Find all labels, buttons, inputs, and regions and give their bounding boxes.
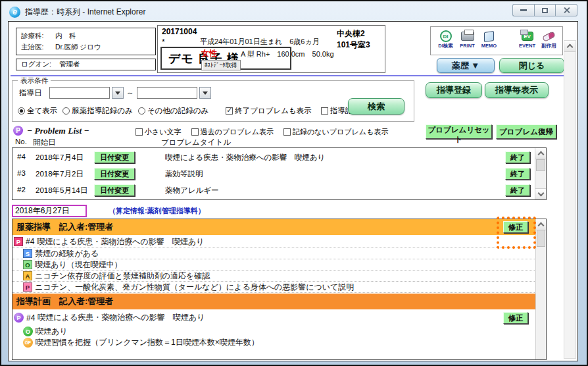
- scroll-up-button[interactable]: [564, 41, 576, 52]
- clinic-label: 診療科:: [21, 30, 55, 41]
- close-window-button[interactable]: [556, 4, 577, 16]
- date-change-button[interactable]: 日付変更: [94, 151, 135, 163]
- search-button[interactable]: 検索: [348, 98, 404, 115]
- plan-item-row: O 喫煙あり: [12, 326, 535, 337]
- observation-circle-icon: O: [23, 327, 33, 336]
- soap-row-subjective: S 禁煙の経験がある: [12, 248, 535, 259]
- checkbox-show-past-problems[interactable]: 過去のプロブレム表示: [191, 127, 274, 137]
- scroll-down-button[interactable]: [535, 188, 546, 199]
- problem-list-scrollbar[interactable]: [535, 148, 546, 199]
- edit-guidance-plan-button[interactable]: 修正: [503, 312, 528, 324]
- window-controls: [512, 4, 577, 16]
- doctor-value: Dr.医師 ジロウ: [55, 43, 101, 51]
- problem-start-date: 2018年5月14日: [36, 186, 87, 196]
- problem-title: 薬効等説明: [165, 169, 203, 179]
- scrollbar-thumb[interactable]: [536, 159, 545, 171]
- clinic-value: 内 科: [55, 32, 76, 39]
- main-scrollbar[interactable]: [564, 40, 576, 359]
- icon-toolbar: DI DI検索 PRINT MEMO EV EVENT 副作用: [430, 26, 563, 55]
- soap-text: 禁煙の経験がある: [35, 248, 99, 259]
- date-change-button[interactable]: 日付変更: [94, 168, 135, 180]
- problem-reset-button[interactable]: プロブレムリセット: [426, 124, 492, 139]
- radio-show-all-label: 全て表示: [27, 106, 57, 116]
- guidance-date-from-input[interactable]: [49, 87, 110, 99]
- internet-explorer-icon: e: [9, 7, 20, 18]
- guidance-record-box: 服薬指導 記入者:管理者 修正 P #4 喫煙による疾患・薬物治療への影響 喫煙…: [12, 219, 547, 360]
- problem-no: #4: [26, 313, 35, 323]
- end-problem-button[interactable]: 終了: [505, 184, 530, 196]
- soap-text: ニコチン、一酸化炭素、発ガン性物質（タールなど）による身体への悪影響について説明: [35, 282, 354, 293]
- display-conditions-legend: 表示条件: [18, 76, 51, 86]
- patient-sex: 女性: [201, 48, 217, 59]
- radio-show-all[interactable]: [18, 107, 25, 115]
- soap-text: ニコチン依存度の評価と禁煙補助剤の適応を確認: [35, 271, 210, 282]
- memo-label: MEMO: [478, 43, 500, 49]
- soap-a-badge-icon: A: [23, 271, 32, 280]
- host-data-button[interactable]: ﾎｽﾄﾃﾞｰﾀ取得: [201, 60, 241, 70]
- scroll-up-button[interactable]: [535, 148, 546, 159]
- close-page-button[interactable]: 閉じる: [499, 58, 564, 73]
- print-icon: [461, 32, 474, 41]
- restore-button[interactable]: [534, 4, 556, 16]
- guidance-register-button[interactable]: 指導登録: [426, 82, 482, 98]
- di-search-button[interactable]: DI DI検索: [435, 29, 456, 49]
- minimize-button[interactable]: [512, 4, 534, 16]
- radio-med-guidance-only[interactable]: [62, 107, 70, 115]
- date-to-dropdown-button[interactable]: [199, 87, 211, 99]
- column-header-start-date: 開始日: [33, 138, 56, 147]
- problem-restore-button[interactable]: プロブレム復帰: [496, 124, 556, 139]
- event-icon: EV: [522, 32, 533, 41]
- problem-no: #2: [17, 186, 26, 194]
- scrollbar-thumb[interactable]: [537, 230, 545, 247]
- clinic-info-box: 診療科:内 科 主治医:Dr.医師 ジロウ: [16, 28, 156, 55]
- checkbox-small-font[interactable]: 小さい文字: [135, 127, 182, 137]
- print-button[interactable]: PRINT: [456, 29, 478, 49]
- event-button[interactable]: EV EVENT: [516, 29, 538, 49]
- checkbox-show-problems-without-records[interactable]: 記録のないプロブレムも表示: [283, 127, 388, 137]
- plan-item-row: OP 喫煙習慣を把握（ブリンクマン指数＝1日喫煙本数×喫煙年数）: [12, 337, 535, 348]
- plan-item-text: 喫煙あり: [36, 326, 68, 337]
- logon-label: ログオン:: [21, 60, 59, 69]
- plan-problem-row: P #4 喫煙による疾患・薬物治療への影響 喫煙あり: [12, 312, 499, 323]
- pill-icon: [542, 31, 556, 42]
- checkbox-guidance-records-only[interactable]: [321, 107, 328, 115]
- chevron-down-icon: [115, 92, 120, 95]
- radio-other-records-only-label: その他の記録のみ: [147, 106, 208, 116]
- titlebar: e 指導歴：時系列 - Internet Explorer: [4, 3, 584, 20]
- med-guidance-banner: 服薬指導 記入者:管理者: [12, 219, 536, 235]
- room-number: 101号室3: [337, 39, 370, 51]
- end-problem-button[interactable]: 終了: [505, 168, 530, 180]
- logon-box: ログオン: 管理者: [16, 59, 156, 70]
- di-search-icon: DI: [440, 30, 452, 42]
- problem-title: 薬物アレルギー: [165, 186, 219, 196]
- soap-text: 喫煙あり（現在喫煙中）: [35, 259, 122, 271]
- scroll-up-button[interactable]: [536, 219, 546, 230]
- edit-med-guidance-button[interactable]: 修正: [503, 221, 528, 233]
- radio-other-records-only[interactable]: [138, 107, 145, 115]
- end-problem-button[interactable]: 終了: [505, 151, 530, 163]
- guidance-date-label: 指導日: [19, 88, 47, 98]
- problem-no: #4: [17, 153, 26, 161]
- window-title: 指導歴：時系列 - Internet Explorer: [25, 7, 145, 18]
- restore-icon: [542, 8, 548, 13]
- side-effect-button[interactable]: 副作用: [538, 29, 560, 49]
- memo-button[interactable]: MEMO: [478, 29, 500, 49]
- med-history-button[interactable]: 薬歴 ▼: [437, 58, 495, 73]
- record-date-input[interactable]: 2018年6月27日: [12, 205, 87, 217]
- checkbox-show-ended-problems-label: 終了プロブレムも表示: [235, 106, 312, 116]
- chevron-up-icon: [537, 151, 544, 158]
- date-change-button[interactable]: 日付変更: [94, 184, 135, 196]
- guidance-plan-banner: 指導計画 記入者:管理者: [12, 294, 536, 309]
- chevron-up-icon: [538, 222, 545, 229]
- checkbox-show-ended-problems[interactable]: [226, 107, 233, 115]
- record-scrollbar[interactable]: [535, 219, 546, 359]
- checkbox-small-font-label: 小さい文字: [145, 127, 182, 137]
- problem-badge-icon: P: [13, 126, 23, 136]
- date-from-dropdown-button[interactable]: [112, 87, 124, 99]
- guidance-date-to-input[interactable]: [137, 87, 197, 99]
- problem-badge-icon: P: [14, 237, 23, 246]
- display-conditions-fieldset: 表示条件 指導日 ～ 全て表示 服薬指導記録のみ その他の記録のみ 終了プロブレ…: [12, 80, 414, 122]
- per-guidance-view-button[interactable]: 指導毎表示: [485, 82, 549, 98]
- problem-list-options: 小さい文字 過去のプロブレム表示 記録のないプロブレムも表示: [135, 127, 388, 137]
- filter-options-row: 全て表示 服薬指導記録のみ その他の記録のみ 終了プロブレムも表示 指導記録のみ…: [18, 106, 391, 116]
